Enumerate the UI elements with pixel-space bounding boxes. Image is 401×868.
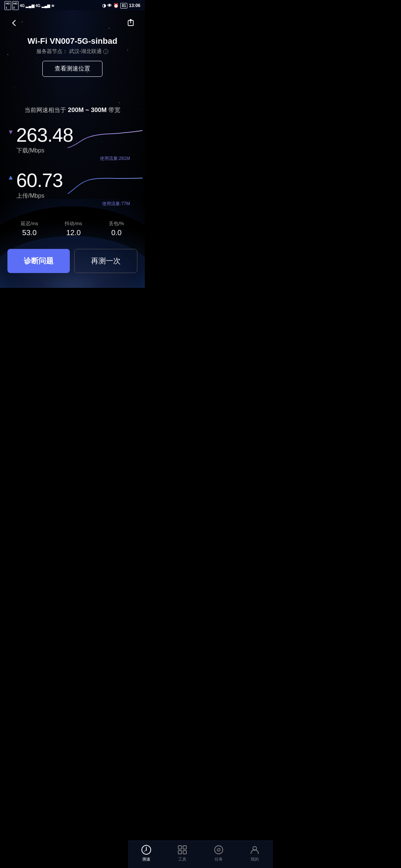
signal-bars-2: ▂▄▆ (42, 4, 50, 8)
hd1-badge: HD1 (4, 1, 11, 10)
download-value: 263.48 (16, 125, 73, 145)
hd2-badge: HD2 (12, 1, 19, 10)
loss-value: 0.0 (109, 228, 124, 237)
jitter-value: 12.0 (65, 228, 82, 237)
latency-value: 53.0 (21, 228, 38, 237)
wifi-name: Wi-Fi VN007-5G-sinbad (7, 36, 137, 46)
summary-range: 200M ~ 300M (68, 106, 107, 114)
top-nav (0, 10, 145, 33)
signal-bars-1: ▂▄▆ (26, 4, 34, 8)
retest-button[interactable]: 再测一次 (74, 249, 137, 273)
upload-chart (65, 171, 145, 200)
jitter-stat: 抖动/ms 12.0 (65, 220, 82, 237)
summary-prefix: 当前网速相当于 (25, 107, 66, 113)
eye-icon: 👁 (107, 3, 112, 8)
loss-stat: 丢包/% 0.0 (109, 220, 124, 237)
upload-section: ▲ 60.73 上传/Mbps 使用流量:77M (0, 167, 145, 209)
upload-arrow-icon: ▲ (7, 174, 14, 181)
jitter-label: 抖动/ms (65, 220, 82, 227)
info-icon: i (103, 49, 108, 54)
download-traffic: 使用流量:281M (7, 155, 137, 162)
wifi-icon: ≋ (51, 4, 54, 8)
latency-label: 延迟/ms (21, 220, 38, 227)
latency-stat: 延迟/ms 53.0 (21, 220, 38, 237)
server-node: 服务器节点： 武汉-湖北联通 i (7, 48, 137, 55)
download-chart (65, 125, 145, 155)
header-section: Wi-Fi VN007-5G-sinbad 服务器节点： 武汉-湖北联通 i 查… (0, 33, 145, 84)
diagnose-button[interactable]: 诊断问题 (7, 249, 70, 273)
status-bar: HD1 HD2 4G ▂▄▆ 4G ▂▄▆ ≋ ◑ 👁 ⏰ 81 13:06 (0, 0, 145, 10)
back-button[interactable] (7, 16, 21, 30)
battery-indicator: 81 (120, 3, 127, 9)
download-arrow-icon: ▼ (7, 128, 14, 136)
clock-time: 13:06 (129, 3, 140, 8)
battery-level: 81 (122, 4, 126, 8)
speed-summary: 当前网速相当于 200M ~ 300M 带宽 (0, 84, 145, 122)
status-left: HD1 HD2 4G ▂▄▆ 4G ▂▄▆ ≋ (4, 1, 54, 10)
action-buttons: 诊断问题 再测一次 (0, 243, 145, 280)
signal-4g-1: 4G (20, 4, 25, 8)
brightness-icon: ◑ (102, 3, 106, 8)
download-unit: 下载/Mbps (16, 147, 73, 155)
download-section: ▼ 263.48 下载/Mbps 使用流量:281M (0, 122, 145, 164)
upload-unit: 上传/Mbps (16, 192, 63, 200)
signal-4g-2: 4G (36, 4, 40, 8)
location-button[interactable]: 查看测速位置 (42, 61, 102, 77)
upload-traffic: 使用流量:77M (7, 201, 137, 207)
server-value: 武汉-湖北联通 (69, 48, 102, 55)
upload-value: 60.73 (16, 171, 63, 190)
stats-row: 延迟/ms 53.0 抖动/ms 12.0 丢包/% 0.0 (0, 213, 145, 243)
summary-suffix: 带宽 (108, 107, 120, 113)
status-right: ◑ 👁 ⏰ 81 13:06 (102, 3, 140, 9)
server-label: 服务器节点： (36, 48, 68, 55)
alarm-icon: ⏰ (113, 3, 119, 8)
loss-label: 丢包/% (109, 220, 124, 227)
share-button[interactable] (124, 16, 137, 30)
